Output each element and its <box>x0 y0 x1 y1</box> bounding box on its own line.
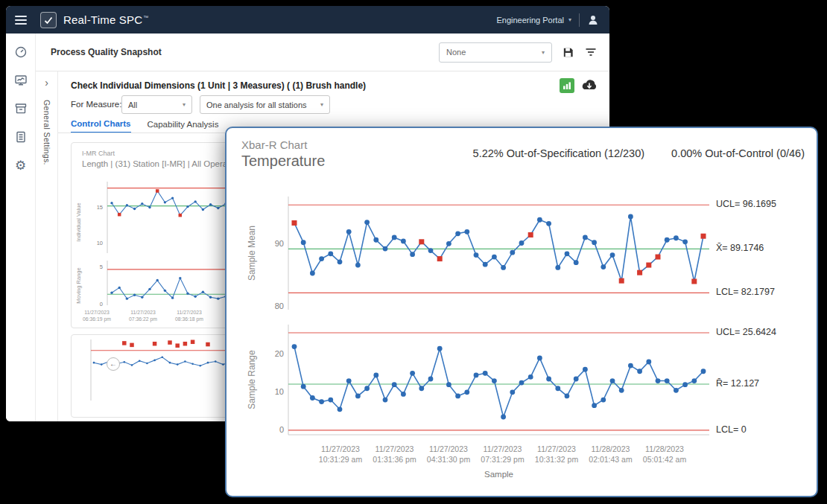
imr-moving-range-chart: 50 <box>92 261 230 305</box>
sidebar-item-dashboard-icon[interactable] <box>13 44 29 60</box>
chevron-down-icon: ▾ <box>320 101 323 108</box>
svg-text:80: 80 <box>275 302 284 310</box>
snapshot-toolbar: Process Quality Snapshot None ▾ <box>36 34 609 71</box>
svg-text:0: 0 <box>100 301 103 307</box>
svg-text:0: 0 <box>279 425 284 434</box>
chart-view-button[interactable] <box>560 78 574 93</box>
xbar-chart-title: Temperature <box>241 153 325 170</box>
cloud-download-button[interactable] <box>580 79 598 92</box>
page-title: Process Quality Snapshot <box>51 47 162 57</box>
xbar-x-axis-labels: 11/27/202310:31:29 am11/27/202301:31:36 … <box>288 444 709 469</box>
sidebar-item-storage-icon[interactable] <box>13 101 29 117</box>
save-button[interactable] <box>562 46 574 59</box>
chevron-down-icon: ▾ <box>568 16 571 23</box>
x-axis-title: Sample <box>288 470 709 479</box>
svg-text:20: 20 <box>275 349 284 358</box>
mean-ucl-label: UCL= 96.1695 <box>716 199 776 209</box>
svg-text:90: 90 <box>275 239 284 248</box>
chart-tabs: Control Charts Capability Analysis <box>71 119 218 133</box>
individual-value-axis-label: Individual Value <box>75 193 82 252</box>
svg-text:10: 10 <box>275 387 284 396</box>
station-analysis-select[interactable]: One analysis for all stations ▾ <box>200 95 330 114</box>
xbar-r-chart-window: Xbar-R Chart Temperature 5.22% Out-of-Sp… <box>225 127 818 497</box>
previous-chart-button[interactable]: ← <box>107 357 120 371</box>
trademark-symbol: ™ <box>143 15 148 20</box>
x-tick-label: 11/28/202305:01:42 am <box>630 444 699 465</box>
imr-chart-type-label: I-MR Chart <box>82 150 115 157</box>
mean-center-label: X̄= 89.1746 <box>716 243 764 253</box>
svg-text:10: 10 <box>97 240 103 246</box>
sidebar-item-monitor-chart-icon[interactable] <box>13 72 29 89</box>
tab-capability-analysis[interactable]: Capability Analysis <box>148 119 219 133</box>
sidebar-item-settings-gear-icon[interactable]: ⚙ <box>13 157 29 173</box>
sidebar-item-device-list-icon[interactable] <box>13 129 29 145</box>
app-header: Real-Time SPC™ Engineering Portal ▾ <box>6 6 609 34</box>
filter-button[interactable] <box>584 45 598 59</box>
preset-select-value: None <box>446 48 466 57</box>
header-divider <box>579 13 580 27</box>
sample-mean-axis-label: Sample Mean <box>247 212 257 294</box>
preset-select[interactable]: None ▾ <box>439 42 552 63</box>
imr-chart-subtitle: Length | (31) Station [I-MR] | All Opera… <box>82 159 241 168</box>
user-account-icon[interactable] <box>587 14 599 26</box>
expand-panel-button[interactable]: › <box>45 77 48 88</box>
station-analysis-value: One analysis for all stations <box>206 101 307 109</box>
chevron-down-icon: ▾ <box>542 49 545 56</box>
icon-sidebar: ⚙ <box>6 34 36 421</box>
x-tick-label: 11/27/202306:36:19 pm <box>75 310 119 323</box>
app-title: Real-Time SPC™ <box>63 13 148 26</box>
x-tick-label: 11/27/202308:36:18 pm <box>167 310 212 323</box>
general-settings-panel: › General Settings. <box>36 71 58 421</box>
xbar-chart-type-label: Xbar-R Chart <box>241 138 307 151</box>
xbar-mean-chart: 9080 <box>262 197 709 310</box>
chevron-down-icon: ▾ <box>183 101 186 108</box>
imr-individual-chart: 1510 <box>92 182 230 253</box>
measure-select-value: All <box>128 101 137 109</box>
app-logo-icon <box>40 12 57 28</box>
general-settings-label: General Settings. <box>42 100 51 165</box>
for-measure-label: For Measure: <box>71 100 121 109</box>
desktop-background: Real-Time SPC™ Engineering Portal ▾ <box>0 0 827 504</box>
sample-range-axis-label: Sample Range <box>247 339 257 421</box>
imr-x-axis-labels: 11/27/202306:36:19 pm11/27/202307:36:22 … <box>77 310 215 326</box>
range-center-label: R̄= 12.127 <box>716 378 759 389</box>
range-ucl-label: UCL= 25.6424 <box>716 327 776 337</box>
menu-icon[interactable] <box>15 13 31 27</box>
mean-lcl-label: LCL= 82.1797 <box>716 287 775 297</box>
tab-control-charts[interactable]: Control Charts <box>71 119 131 133</box>
measure-select[interactable]: All ▾ <box>121 95 192 114</box>
analysis-heading: Check Individual Dimensions (1 Unit | 3 … <box>71 80 366 91</box>
svg-text:5: 5 <box>100 264 103 270</box>
x-tick-label: 11/27/202307:36:22 pm <box>121 310 165 323</box>
xbar-range-chart: 20100 <box>262 325 709 436</box>
range-lcl-label: LCL= 0 <box>716 424 747 435</box>
chart-statistics: 5.22% Out-of-Specification (12/230) 0.00… <box>473 147 805 159</box>
portal-dropdown[interactable]: Engineering Portal ▾ <box>496 16 571 25</box>
moving-range-axis-label: Moving Range <box>75 260 82 312</box>
svg-text:15: 15 <box>97 204 103 211</box>
out-of-control-stat: 0.00% Out-of-Control (0/46) <box>671 147 805 159</box>
out-of-specification-stat: 5.22% Out-of-Specification (12/230) <box>473 147 645 159</box>
